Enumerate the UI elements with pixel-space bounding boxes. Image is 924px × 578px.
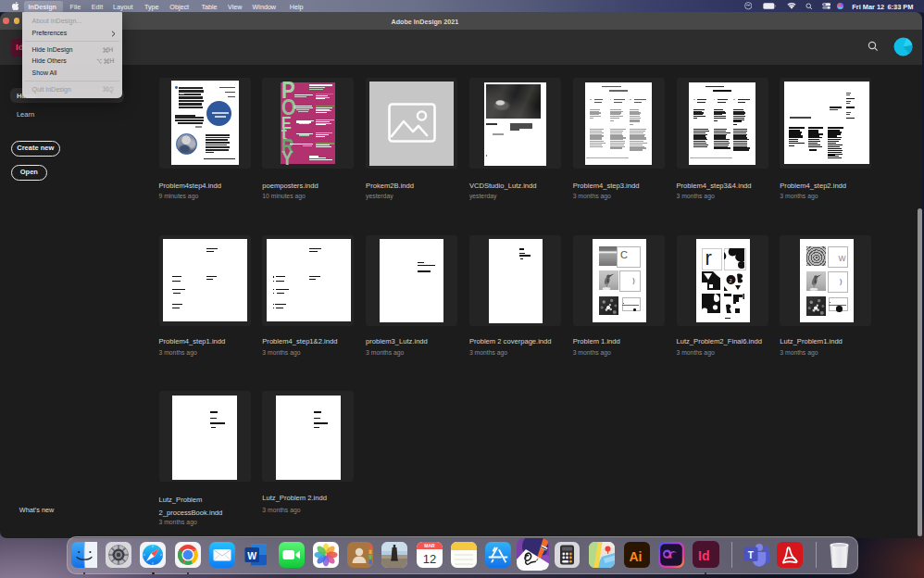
svg-text:2: 2 bbox=[730, 277, 732, 283]
svg-text:Id: Id bbox=[698, 548, 709, 563]
svg-text:W: W bbox=[248, 549, 257, 560]
svg-text:12: 12 bbox=[422, 552, 435, 566]
svg-text:Ai: Ai bbox=[629, 548, 642, 563]
svg-text:MAR: MAR bbox=[424, 543, 435, 548]
svg-text:T: T bbox=[748, 550, 754, 560]
